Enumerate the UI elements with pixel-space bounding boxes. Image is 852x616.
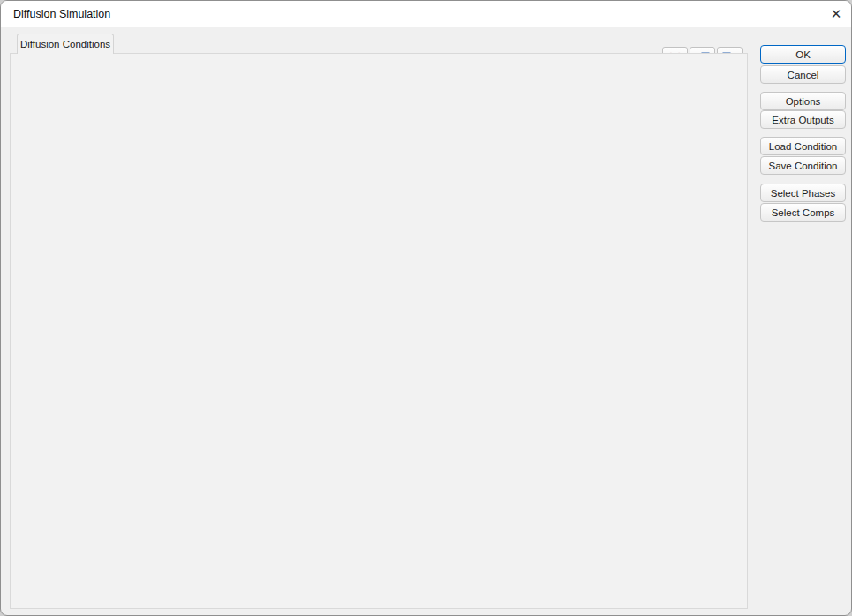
diffusion-simulation-dialog: Diffusion Simulation ✕ Diffusion Conditi… (0, 0, 852, 616)
select-phases-button[interactable]: Select Phases (760, 184, 846, 202)
cancel-button[interactable]: Cancel (760, 65, 846, 84)
ok-button[interactable]: OK (760, 45, 846, 64)
extra-outputs-button[interactable]: Extra Outputs (760, 110, 846, 129)
close-icon[interactable]: ✕ (822, 3, 850, 26)
window-title: Diffusion Simulation (13, 8, 110, 20)
tab-page (10, 53, 748, 609)
title-bar: Diffusion Simulation ✕ (1, 1, 851, 27)
select-comps-button[interactable]: Select Comps (760, 203, 846, 222)
load-condition-button[interactable]: Load Condition (760, 137, 846, 155)
tab-diffusion-conditions[interactable]: Diffusion Conditions (17, 34, 114, 54)
tab-label: Diffusion Conditions (20, 39, 110, 49)
options-button[interactable]: Options (760, 92, 846, 110)
save-condition-button[interactable]: Save Condition (760, 156, 846, 175)
